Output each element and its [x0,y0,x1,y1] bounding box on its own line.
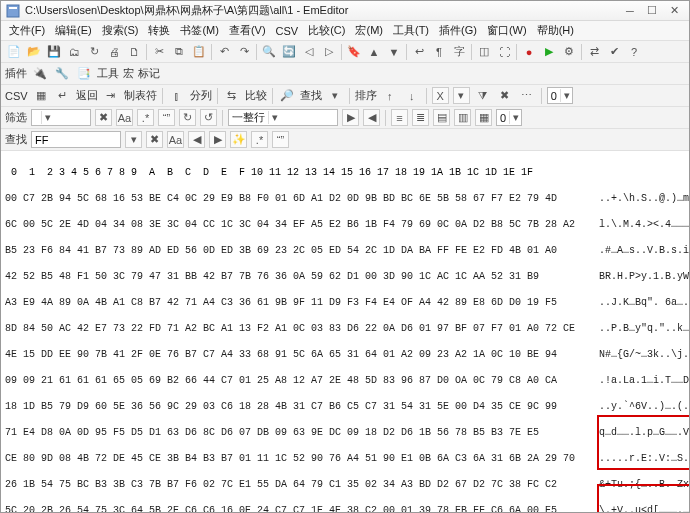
find-icon[interactable]: 🔍 [260,43,278,61]
print-preview-icon[interactable]: 🗋 [125,43,143,61]
app-icon [5,3,21,19]
print-icon[interactable]: 🖨 [105,43,123,61]
compare2-icon[interactable]: ⇆ [223,87,241,105]
menu-help[interactable]: 帮助(H) [533,21,578,40]
reload-icon[interactable]: ↻ [85,43,103,61]
find-highlight-button[interactable]: ✨ [230,131,247,148]
filter-cancel-button[interactable]: ↺ [200,109,217,126]
menu-csv[interactable]: CSV [272,23,303,39]
copy-icon[interactable]: ⧉ [170,43,188,61]
undo-icon[interactable]: ↶ [215,43,233,61]
find2-icon[interactable]: 🔎 [278,87,296,105]
find-prev2-button[interactable]: ◀ [188,131,205,148]
count-dropdown[interactable]: 0▾ [547,87,573,104]
menu-bookmark[interactable]: 书签(M) [176,21,223,40]
sort-asc-icon[interactable]: ↑ [381,87,399,105]
macro-label[interactable]: 宏 [123,66,134,81]
lineopt-4-button[interactable]: ▥ [454,109,471,126]
spell-icon[interactable]: ✔ [605,43,623,61]
hex-ascii-panel[interactable]: ..+.\h.S..@.)…m…….n.[Xg…yM l.\.M.4.><.4…… [597,151,689,513]
close-button[interactable]: ✕ [663,3,685,19]
find-next-icon[interactable]: ▷ [320,43,338,61]
hex-row: 4E 15 DD EE 90 7B 41 2F 0E 76 B7 C7 A4 3… [5,348,593,361]
find-next2-button[interactable]: ▶ [209,131,226,148]
menu-search[interactable]: 搜索(S) [98,21,143,40]
menu-plugin[interactable]: 插件(G) [435,21,481,40]
help-icon[interactable]: ? [625,43,643,61]
menu-convert[interactable]: 转换 [144,21,174,40]
plugin-2-icon[interactable]: 🔧 [53,65,71,83]
lineopt-2-button[interactable]: ≣ [412,109,429,126]
plugin-1-icon[interactable]: 🔌 [31,65,49,83]
bookmark-prev-icon[interactable]: ▲ [365,43,383,61]
hex-row: 8D 84 50 AC 42 E7 73 22 FD 71 A2 BC A1 1… [5,322,593,335]
save-all-icon[interactable]: 🗂 [65,43,83,61]
find-Aa-button[interactable]: Aa [167,131,184,148]
macro-record-icon[interactable]: ● [520,43,538,61]
hex-bytes-panel[interactable]: 0 1 2 3 4 5 6 7 8 9 A B C D E F 10 11 12… [1,151,597,513]
filter-Aa-button[interactable]: Aa [116,109,133,126]
redo-icon[interactable]: ↷ [235,43,253,61]
filter-reload-button[interactable]: ↻ [179,109,196,126]
menu-macro[interactable]: 宏(M) [351,21,387,40]
save-icon[interactable]: 💾 [45,43,63,61]
lineopt-3-button[interactable]: ▤ [433,109,450,126]
filter-clear-button[interactable]: ✖ [95,109,112,126]
show-marks-icon[interactable]: ¶ [430,43,448,61]
find-opt-icon[interactable]: ▾ [326,87,344,105]
encoding-icon[interactable]: 字 [450,43,468,61]
mark-label[interactable]: 标记 [138,66,160,81]
wrap-icon[interactable]: ↩ [410,43,428,61]
plugins-label[interactable]: 插件 [5,66,27,81]
tab-icon[interactable]: ⇥ [102,87,120,105]
cut-icon[interactable]: ✂ [150,43,168,61]
new-file-icon[interactable]: 📄 [5,43,23,61]
lineopt-1-button[interactable]: ≡ [391,109,408,126]
find-regex-button[interactable]: .* [251,131,268,148]
menu-tools[interactable]: 工具(T) [389,21,433,40]
split-col-icon[interactable]: ⫿ [168,87,186,105]
funnel-icon[interactable]: ⧩ [474,87,492,105]
lineopt-5-button[interactable]: ▦ [475,109,492,126]
compare-icon[interactable]: ⇄ [585,43,603,61]
paste-icon[interactable]: 📋 [190,43,208,61]
more-icon[interactable]: ⋯ [518,87,536,105]
menu-compare[interactable]: 比较(C) [304,21,349,40]
menu-file[interactable]: 文件(F) [5,21,49,40]
opt-a-button[interactable]: X [432,87,449,104]
sort-desc-icon[interactable]: ↓ [403,87,421,105]
menu-window[interactable]: 窗口(W) [483,21,531,40]
find-word-button[interactable]: “” [272,131,289,148]
plugin-3-icon[interactable]: 📑 [75,65,93,83]
opt-b-button[interactable]: ▾ [453,87,470,104]
maximize-button[interactable]: ☐ [641,3,663,19]
replace-icon[interactable]: 🔄 [280,43,298,61]
find-dd-button[interactable]: ▾ [125,131,142,148]
filter-box[interactable]: ▾ [31,109,91,126]
csv-mode-icon[interactable]: ▦ [32,87,50,105]
filter-word-button[interactable]: “” [158,109,175,126]
menu-view[interactable]: 查看(V) [225,21,270,40]
find-prev-icon[interactable]: ◁ [300,43,318,61]
go-button[interactable]: ▶ [342,109,359,126]
macro-icon[interactable]: ⚙ [560,43,578,61]
find-close-button[interactable]: ✖ [146,131,163,148]
bookmark-next-icon[interactable]: ▼ [385,43,403,61]
macro-play-icon[interactable]: ▶ [540,43,558,61]
line-prev-button[interactable]: ◀ [363,109,380,126]
tools-label[interactable]: 工具 [97,66,119,81]
zero-dd[interactable]: 0▾ [496,109,522,126]
line-mode-dropdown[interactable]: 一整行▾ [228,109,338,126]
minimize-button[interactable]: ─ [619,3,641,19]
window-split-icon[interactable]: ◫ [475,43,493,61]
sort-label[interactable]: 排序 [355,88,377,103]
menu-edit[interactable]: 编辑(E) [51,21,96,40]
filter-regex-button[interactable]: .* [137,109,154,126]
open-file-icon[interactable]: 📂 [25,43,43,61]
csv-label[interactable]: CSV [5,90,28,102]
clear-filter-icon[interactable]: ✖ [496,87,514,105]
fullscreen-icon[interactable]: ⛶ [495,43,513,61]
bookmark-toggle-icon[interactable]: 🔖 [345,43,363,61]
find-input[interactable] [31,131,121,148]
return-icon[interactable]: ↵ [54,87,72,105]
